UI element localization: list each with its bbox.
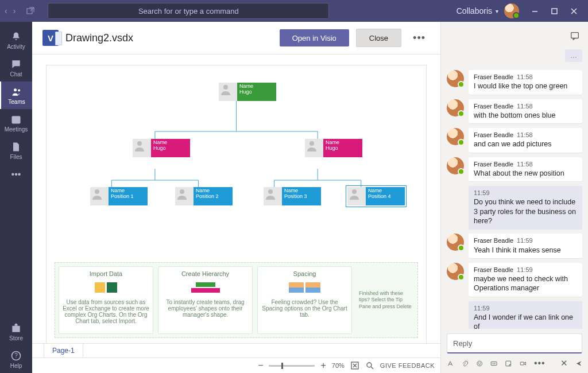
svg-rect-5	[12, 325, 20, 332]
tenant-picker[interactable]: Collaboris ▾	[457, 6, 498, 15]
org-node-l2a[interactable]: NameHugo	[133, 139, 190, 157]
send-icon[interactable]	[575, 359, 582, 368]
gif-icon[interactable]: GIF	[490, 359, 497, 368]
more-compose-icon[interactable]: •••	[534, 358, 546, 368]
drawing-canvas[interactable]: NameHugo NameHugo NameHugo NamePosition …	[46, 65, 427, 343]
tip-pane[interactable]: Import Data Use data from sources such a…	[55, 262, 418, 338]
svg-point-9	[137, 141, 142, 146]
svg-point-8	[223, 85, 228, 90]
window-minimize[interactable]	[525, 2, 544, 20]
chat-message: Fraser Beadle11:58and can we add picture…	[447, 128, 582, 153]
tip-dismiss-note: Finished with these tips? Select the Tip…	[357, 266, 414, 334]
org-chart: NameHugo NameHugo NameHugo NamePosition …	[47, 77, 426, 220]
avatar[interactable]	[447, 99, 464, 116]
give-feedback-link[interactable]: GIVE FEEDBACK	[380, 362, 435, 369]
window-close[interactable]	[564, 2, 583, 20]
chevron-down-icon: ▾	[496, 8, 498, 14]
expand-chat-icon[interactable]	[570, 30, 580, 41]
zoom-in-icon[interactable]: +	[320, 360, 326, 371]
org-node-p3[interactable]: NamePosition 3	[264, 187, 321, 205]
document-header: V Drawing2.vsdx Open in Visio Close •••	[32, 22, 440, 55]
chat-message: Fraser Beadle11:59Yeah I think it makes …	[447, 234, 582, 258]
avatar[interactable]	[447, 263, 464, 280]
rail-meetings[interactable]: Meetings	[0, 109, 32, 137]
chat-message: Fraser Beadle11:58with the bottom ones b…	[447, 99, 582, 124]
app-rail: Activity Chat Teams Meetings Files ••• S…	[0, 22, 32, 373]
avatar[interactable]	[447, 234, 464, 251]
close-button[interactable]: Close	[356, 29, 401, 47]
page-tab-1[interactable]: Page-1	[44, 344, 83, 358]
org-node-p1[interactable]: NamePosition 1	[90, 187, 148, 205]
fit-page-icon[interactable]	[350, 361, 359, 370]
message-truncated: …	[565, 49, 582, 62]
avatar[interactable]	[447, 70, 464, 87]
zoom-out-icon[interactable]: −	[258, 360, 263, 371]
person-icon	[347, 187, 366, 205]
svg-point-2	[14, 88, 17, 91]
reply-input[interactable]: Reply	[447, 333, 582, 353]
rail-files[interactable]: Files	[0, 137, 32, 164]
conversation-pane: … Fraser Beadle11:58I would like the top…	[441, 22, 588, 373]
open-in-visio-button[interactable]: Open in Visio	[280, 29, 349, 46]
zoom-percent: 70%	[332, 362, 345, 369]
svg-point-13	[268, 189, 273, 194]
emoji-icon[interactable]	[476, 359, 483, 368]
org-node-l2b[interactable]: NameHugo	[305, 139, 362, 157]
org-node-p2[interactable]: NamePosition 2	[175, 187, 233, 205]
rail-activity[interactable]: Activity	[0, 26, 32, 54]
person-icon	[90, 187, 109, 205]
file-name: Drawing2.vsdx	[65, 32, 273, 44]
forward-icon[interactable]: ›	[13, 6, 16, 15]
avatar[interactable]	[447, 128, 464, 145]
person-icon	[175, 187, 194, 205]
attach-icon[interactable]	[461, 359, 468, 368]
rail-store[interactable]: Store	[0, 318, 32, 345]
svg-point-20	[480, 363, 481, 363]
chat-message: Fraser Beadle11:58I would like the top o…	[447, 70, 582, 95]
popout-icon[interactable]	[26, 6, 35, 15]
svg-rect-24	[520, 362, 524, 365]
rail-more[interactable]: •••	[0, 164, 32, 185]
back-icon[interactable]: ‹	[5, 6, 7, 15]
document-column: V Drawing2.vsdx Open in Visio Close •••	[32, 22, 441, 373]
zoom-slider[interactable]	[269, 365, 315, 367]
me-avatar[interactable]	[504, 3, 519, 18]
svg-point-3	[18, 89, 20, 91]
chat-message: Fraser Beadle11:58What about the new pos…	[447, 157, 582, 182]
org-node-p4[interactable]: NamePosition 4	[347, 187, 405, 205]
window-maximize[interactable]	[544, 2, 564, 20]
cancel-icon[interactable]: ✕	[560, 358, 568, 368]
chat-message-me: 11:59Do you think we need to include 3 p…	[469, 186, 582, 229]
org-node-top[interactable]: NameHugo	[219, 83, 276, 101]
svg-point-10	[310, 141, 314, 146]
pan-icon[interactable]	[365, 361, 374, 370]
svg-point-16	[367, 363, 372, 367]
svg-text:?: ?	[14, 352, 18, 359]
page-tabs: Page-1	[32, 343, 440, 358]
format-icon[interactable]	[447, 359, 454, 368]
chat-message: Fraser Beadle11:59maybe we need to check…	[447, 263, 582, 297]
status-bar: − + 70% GIVE FEEDBACK	[32, 358, 440, 373]
svg-rect-0	[27, 9, 32, 14]
chat-message-me: 11:59And I wonder if we can link one of	[469, 301, 582, 329]
svg-rect-4	[12, 116, 21, 123]
rail-chat[interactable]: Chat	[0, 54, 32, 81]
title-bar: ‹ › Search for or type a command Collabo…	[0, 0, 588, 22]
svg-text:GIF: GIF	[492, 363, 496, 365]
person-icon	[305, 139, 323, 157]
svg-point-19	[478, 363, 479, 363]
compose-area: Reply GIF ••• ✕	[441, 329, 588, 373]
tip-import: Import Data Use data from sources such a…	[59, 266, 153, 334]
meet-now-icon[interactable]	[520, 359, 527, 368]
rail-teams[interactable]: Teams	[0, 81, 32, 109]
svg-point-18	[477, 361, 482, 366]
command-search[interactable]: Search for or type a command	[48, 3, 329, 19]
svg-rect-23	[506, 361, 511, 366]
svg-rect-1	[552, 9, 557, 14]
svg-point-14	[352, 189, 357, 194]
tenant-name: Collaboris	[457, 6, 492, 15]
avatar[interactable]	[447, 157, 464, 174]
sticker-icon[interactable]	[505, 359, 512, 368]
rail-help[interactable]: ? Help	[0, 345, 32, 373]
more-actions-icon[interactable]: •••	[408, 32, 430, 44]
